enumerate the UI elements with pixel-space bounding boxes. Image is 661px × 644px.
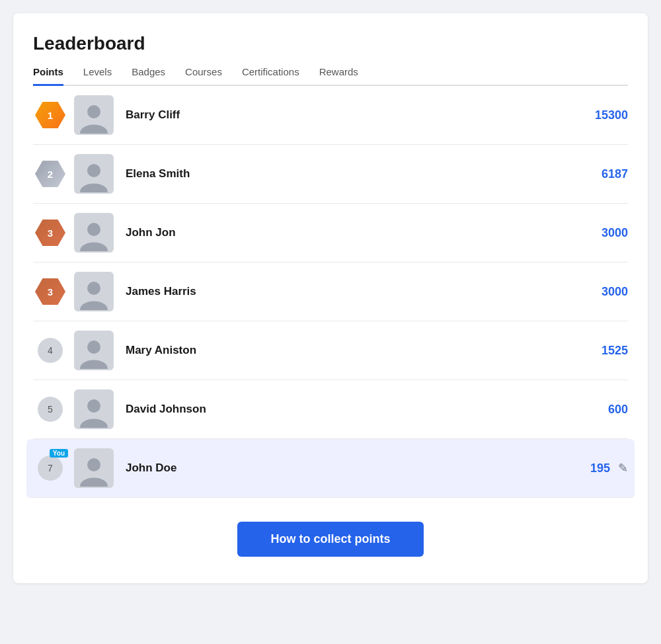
- tab-points[interactable]: Points: [33, 66, 63, 86]
- svg-point-4: [87, 341, 100, 354]
- rank-number: 3: [48, 227, 53, 239]
- table-row: 1 Barry Cliff 15300: [33, 86, 628, 145]
- table-row: 2 Elena Smith 6187: [33, 145, 628, 204]
- tab-certifications[interactable]: Certifications: [242, 66, 299, 86]
- user-name: David Johnson: [126, 403, 608, 416]
- rank-badge-5: 5: [33, 397, 67, 422]
- user-score: 15300: [595, 108, 628, 122]
- tab-rewards[interactable]: Rewards: [319, 66, 358, 86]
- svg-point-2: [87, 223, 100, 236]
- user-name: James Harris: [126, 285, 602, 298]
- avatar: [74, 448, 114, 488]
- rank-badge-3b: 3: [33, 278, 67, 305]
- rank-number: 1: [48, 110, 53, 121]
- table-row-current-user: 7 You John Doe 195 ✎: [26, 439, 635, 498]
- user-score: 1525: [602, 344, 628, 358]
- table-row: 3 James Harris 3000: [33, 262, 628, 321]
- rank-number: 2: [48, 169, 53, 180]
- rank-badge-1: 1: [33, 102, 67, 128]
- user-name: John Doe: [126, 462, 590, 475]
- user-name: John Jon: [126, 226, 602, 239]
- user-score: 195: [590, 462, 610, 475]
- user-score: 6187: [602, 167, 628, 181]
- rank-hexagon-gold: 1: [35, 102, 65, 128]
- user-name: Mary Aniston: [126, 344, 602, 357]
- rank-badge-2: 2: [33, 161, 67, 187]
- user-score: 600: [608, 403, 628, 417]
- svg-point-3: [87, 282, 100, 295]
- user-score: 3000: [602, 226, 628, 240]
- leaderboard-list: 1 Barry Cliff 15300 2: [33, 86, 628, 498]
- svg-point-6: [87, 458, 100, 471]
- table-row: 4 Mary Aniston 1525: [33, 321, 628, 380]
- table-row: 3 John Jon 3000: [33, 204, 628, 262]
- svg-point-1: [87, 164, 100, 177]
- table-row: 5 David Johnson 600: [33, 380, 628, 439]
- user-name: Elena Smith: [126, 167, 602, 181]
- tab-levels[interactable]: Levels: [83, 66, 112, 86]
- how-to-collect-points-button[interactable]: How to collect points: [237, 522, 423, 557]
- rank-hexagon-silver: 2: [35, 161, 65, 187]
- rank-hexagon-bronze: 3: [35, 220, 65, 246]
- rank-circle: 5: [38, 397, 63, 422]
- avatar: [74, 331, 114, 370]
- rank-number: 3: [48, 286, 53, 298]
- user-name: Barry Cliff: [126, 108, 595, 122]
- rank-circle-you: 7 You: [38, 456, 63, 481]
- avatar: [74, 213, 114, 253]
- you-badge: You: [50, 449, 68, 458]
- avatar: [74, 95, 114, 135]
- avatar: [74, 389, 114, 429]
- svg-point-0: [87, 105, 100, 118]
- rank-circle: 4: [38, 338, 63, 363]
- tab-courses[interactable]: Courses: [185, 66, 222, 86]
- avatar: [74, 154, 114, 194]
- avatar: [74, 272, 114, 311]
- tab-bar: Points Levels Badges Courses Certificati…: [33, 66, 628, 86]
- tab-badges[interactable]: Badges: [132, 66, 165, 86]
- edit-icon[interactable]: ✎: [618, 461, 628, 475]
- rank-badge-4: 4: [33, 338, 67, 363]
- svg-point-5: [87, 399, 100, 413]
- user-score: 3000: [602, 285, 628, 299]
- rank-badge-3a: 3: [33, 220, 67, 246]
- leaderboard-card: Leaderboard Points Levels Badges Courses…: [13, 13, 648, 583]
- rank-badge-7: 7 You: [33, 456, 67, 481]
- rank-hexagon-bronze: 3: [35, 278, 65, 305]
- page-title: Leaderboard: [33, 33, 628, 54]
